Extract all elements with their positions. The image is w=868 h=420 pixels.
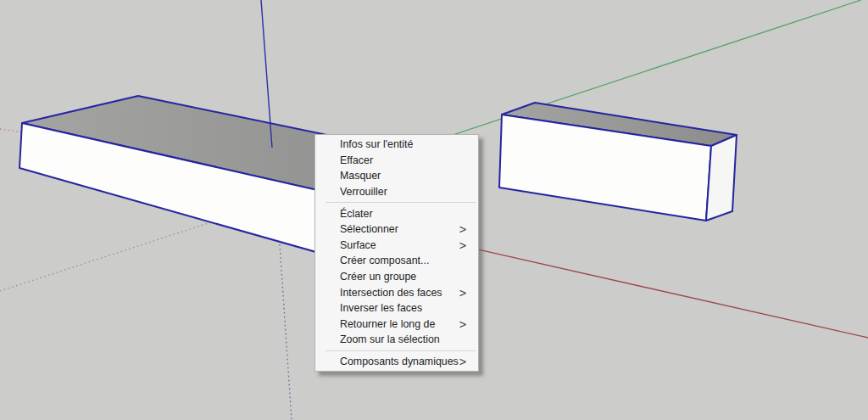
- menu-item-surface[interactable]: Surface>: [315, 238, 478, 254]
- menu-item-creer-composant[interactable]: Créer composant...: [315, 253, 478, 269]
- context-menu: Infos sur l'entitéEffacerMasquerVerrouil…: [314, 134, 479, 372]
- menu-item-verrouiller[interactable]: Verrouiller: [315, 184, 478, 200]
- menu-item-label: Surface: [340, 239, 459, 251]
- submenu-chevron-icon: >: [459, 317, 467, 331]
- submenu-chevron-icon: >: [459, 238, 467, 252]
- menu-item-label: Composants dynamiques: [340, 356, 459, 367]
- menu-item-label: Créer un groupe: [340, 271, 471, 283]
- menu-item-label: Intersection des faces: [340, 287, 459, 299]
- menu-item-composants-dynamiques[interactable]: Composants dynamiques>: [315, 354, 478, 370]
- menu-item-masquer[interactable]: Masquer: [315, 168, 478, 184]
- menu-item-label: Éclater: [340, 208, 471, 220]
- menu-item-creer-un-groupe[interactable]: Créer un groupe: [315, 269, 478, 285]
- menu-item-retourner-le-long-de[interactable]: Retourner le long de>: [315, 316, 478, 333]
- menu-item-eclater[interactable]: Éclater: [315, 205, 478, 221]
- menu-item-inverser-les-faces[interactable]: Inverser les faces: [315, 300, 478, 316]
- menu-item-label: Masquer: [340, 170, 471, 182]
- menu-item-label: Sélectionner: [340, 223, 459, 235]
- menu-item-label: Retourner le long de: [340, 318, 459, 330]
- menu-separator: [326, 202, 476, 203]
- menu-item-label: Zoom sur la sélection: [340, 333, 471, 345]
- menu-item-zoom-sur-la-selection[interactable]: Zoom sur la sélection: [315, 332, 478, 348]
- menu-item-intersection-des-faces[interactable]: Intersection des faces>: [315, 284, 478, 300]
- menu-item-label: Créer composant...: [340, 255, 471, 266]
- menu-item-label: Infos sur l'entité: [340, 138, 471, 150]
- menu-separator: [326, 350, 476, 351]
- menu-item-infos-sur-l-entite[interactable]: Infos sur l'entité: [315, 137, 478, 153]
- submenu-chevron-icon: >: [459, 222, 467, 236]
- right-box-right-face[interactable]: [706, 135, 737, 221]
- submenu-chevron-icon: >: [459, 355, 467, 368]
- menu-item-label: Verrouiller: [340, 186, 471, 198]
- menu-item-label: Inverser les faces: [340, 302, 471, 314]
- submenu-chevron-icon: >: [459, 286, 467, 300]
- menu-item-selectionner[interactable]: Sélectionner>: [315, 221, 478, 238]
- sketchup-viewport[interactable]: Infos sur l'entitéEffacerMasquerVerrouil…: [0, 0, 868, 420]
- menu-item-effacer[interactable]: Effacer: [315, 153, 478, 169]
- menu-item-label: Effacer: [340, 154, 471, 166]
